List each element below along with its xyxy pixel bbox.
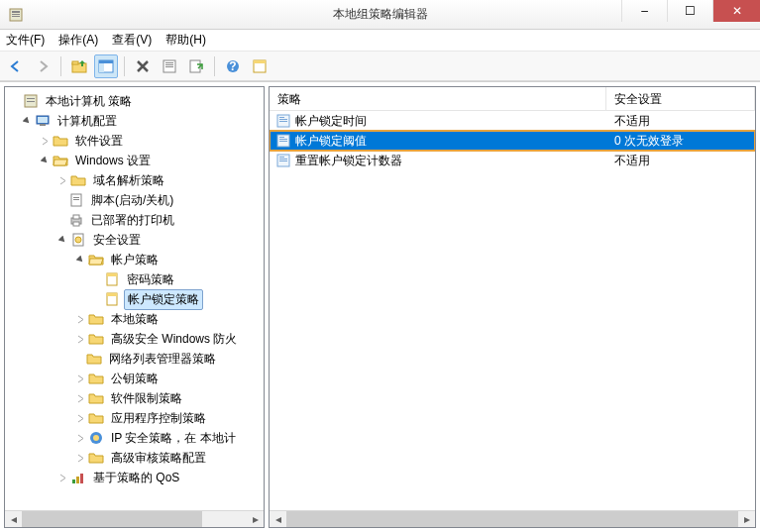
tree-public-key[interactable]: 公钥策略 xyxy=(9,369,264,388)
tree-label: 基于策略的 QoS xyxy=(90,469,182,487)
tree-computer-config[interactable]: 计算机配置 xyxy=(9,111,264,131)
expander-collapse-icon[interactable] xyxy=(56,234,68,246)
svg-rect-29 xyxy=(73,222,79,226)
svg-rect-7 xyxy=(99,60,113,63)
scroll-left-button[interactable]: ◂ xyxy=(5,511,22,528)
tree-label: 帐户锁定策略 xyxy=(124,289,203,310)
folder-icon xyxy=(86,351,102,367)
folder-icon xyxy=(88,311,104,327)
tree-label: 计算机配置 xyxy=(54,112,120,131)
scroll-right-button[interactable]: ▸ xyxy=(247,511,264,528)
maximize-button[interactable]: ☐ xyxy=(667,0,712,22)
svg-rect-23 xyxy=(40,124,46,126)
expander-expand-icon[interactable] xyxy=(74,432,86,444)
expander-collapse-icon[interactable] xyxy=(39,155,51,166)
svg-rect-43 xyxy=(279,119,287,120)
tree-label: 已部署的打印机 xyxy=(88,211,177,230)
list-row[interactable]: 帐户锁定阈值0 次无效登录 xyxy=(270,131,755,151)
tree-pane: 本地计算机 策略 计算机配置 软件设置 Windows 设置 域名解析策 xyxy=(4,86,265,528)
tree-scripts[interactable]: 脚本(启动/关机) xyxy=(9,190,264,210)
folder-icon xyxy=(88,331,104,347)
tree-software-settings[interactable]: 软件设置 xyxy=(9,131,264,151)
horizontal-scrollbar[interactable]: ◂ ▸ xyxy=(5,510,264,527)
tree-label: 本地计算机 策略 xyxy=(43,92,135,111)
tree-ip-security[interactable]: IP 安全策略，在 本地计 xyxy=(9,428,264,448)
expander-expand-icon[interactable] xyxy=(74,392,86,404)
back-button[interactable] xyxy=(4,54,28,78)
svg-rect-22 xyxy=(38,117,48,123)
menu-view[interactable]: 查看(V) xyxy=(112,32,152,49)
folder-icon xyxy=(88,450,104,466)
app-icon xyxy=(8,7,24,23)
expander-expand-icon[interactable] xyxy=(39,135,51,147)
tree-app-control[interactable]: 应用程序控制策略 xyxy=(9,408,264,428)
scroll-right-button[interactable]: ▸ xyxy=(738,511,755,528)
close-button[interactable]: ✕ xyxy=(712,0,760,22)
cell-setting: 不适用 xyxy=(606,153,755,169)
tree-account-lockout[interactable]: 帐户锁定策略 xyxy=(9,289,264,309)
scrollbar-thumb[interactable] xyxy=(286,511,738,528)
column-header-policy[interactable]: 策略 xyxy=(270,87,606,110)
forward-button[interactable] xyxy=(31,54,54,78)
tree-advanced-audit[interactable]: 高级审核策略配置 xyxy=(9,448,264,468)
tree-security-settings[interactable]: 安全设置 xyxy=(9,230,264,250)
expander-collapse-icon[interactable] xyxy=(21,115,33,127)
ipsec-icon xyxy=(88,430,104,446)
tree: 本地计算机 策略 计算机配置 软件设置 Windows 设置 域名解析策 xyxy=(5,89,264,489)
filter-button[interactable] xyxy=(248,54,271,78)
properties-button[interactable] xyxy=(158,54,181,78)
toolbar-separator xyxy=(214,56,215,76)
tree-windows-settings[interactable]: Windows 设置 xyxy=(9,151,264,170)
expander-expand-icon[interactable] xyxy=(74,412,86,424)
list-row[interactable]: 重置帐户锁定计数器不适用 xyxy=(270,151,755,170)
svg-rect-8 xyxy=(99,63,104,72)
show-hide-tree-button[interactable] xyxy=(94,54,118,78)
scrollbar-track[interactable] xyxy=(286,511,738,528)
svg-rect-26 xyxy=(73,199,79,200)
delete-button[interactable] xyxy=(131,54,155,78)
list-row[interactable]: 帐户锁定时间不适用 xyxy=(270,111,755,131)
tree-qos[interactable]: 基于策略的 QoS xyxy=(9,468,264,487)
column-header-setting[interactable]: 安全设置 xyxy=(606,87,755,110)
menu-action[interactable]: 操作(A) xyxy=(58,32,98,49)
expander-icon[interactable] xyxy=(9,95,21,107)
tree-label: 帐户策略 xyxy=(108,251,162,269)
tree-printers[interactable]: 已部署的打印机 xyxy=(9,210,264,230)
expander-expand-icon[interactable] xyxy=(74,452,86,464)
tree-account-policies[interactable]: 帐户策略 xyxy=(9,250,264,269)
cell-setting: 0 次无效登录 xyxy=(606,133,755,150)
menu-file[interactable]: 文件(F) xyxy=(6,32,45,49)
help-button[interactable]: ? xyxy=(221,54,245,78)
folder-icon xyxy=(53,133,68,149)
expander-expand-icon[interactable] xyxy=(74,313,86,325)
folder-icon xyxy=(88,371,104,386)
menu-help[interactable]: 帮助(H) xyxy=(165,32,206,49)
expander-expand-icon[interactable] xyxy=(56,472,68,483)
scroll-left-button[interactable]: ◂ xyxy=(270,511,286,528)
scrollbar-thumb[interactable] xyxy=(22,511,202,528)
list-body: 帐户锁定时间不适用帐户锁定阈值0 次无效登录重置帐户锁定计数器不适用 xyxy=(270,111,755,170)
tree-firewall[interactable]: 高级安全 Windows 防火 xyxy=(9,329,264,349)
expander-collapse-icon[interactable] xyxy=(74,254,86,266)
export-button[interactable] xyxy=(184,54,208,78)
security-icon xyxy=(70,232,86,248)
policy-item-icon xyxy=(275,133,291,149)
tree-root[interactable]: 本地计算机 策略 xyxy=(9,91,264,111)
tree-network-list[interactable]: 网络列表管理器策略 xyxy=(9,349,264,369)
expander-expand-icon[interactable] xyxy=(74,333,86,345)
tree-local-policies[interactable]: 本地策略 xyxy=(9,309,264,329)
svg-rect-47 xyxy=(279,139,287,140)
up-button[interactable] xyxy=(67,54,91,78)
policy-text: 重置帐户锁定计数器 xyxy=(295,153,402,169)
expander-expand-icon[interactable] xyxy=(56,174,68,186)
tree-label: 高级安全 Windows 防火 xyxy=(108,330,240,349)
expander-expand-icon[interactable] xyxy=(74,372,86,384)
horizontal-scrollbar[interactable]: ◂ ▸ xyxy=(270,510,755,527)
tree-software-restriction[interactable]: 软件限制策略 xyxy=(9,388,264,408)
scrollbar-track[interactable] xyxy=(22,511,247,528)
tree-password-policy[interactable]: 密码策略 xyxy=(9,269,264,289)
folder-icon xyxy=(88,410,104,426)
toolbar-separator xyxy=(60,56,61,76)
tree-name-resolution[interactable]: 域名解析策略 xyxy=(9,170,264,190)
minimize-button[interactable]: – xyxy=(621,0,667,22)
